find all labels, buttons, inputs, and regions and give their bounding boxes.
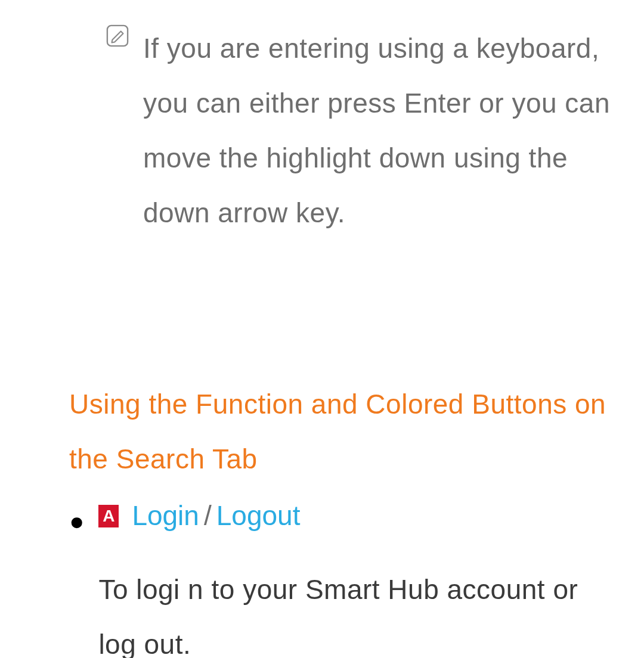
note-text: If you are entering using a keyboard, yo… xyxy=(143,21,620,240)
bullet-icon: ● xyxy=(69,502,84,534)
note-block: If you are entering using a keyboard, yo… xyxy=(106,21,620,240)
list-item: ● A Login / Logout To logi n to your Sma… xyxy=(69,499,620,658)
list-block: ● A Login / Logout To logi n to your Sma… xyxy=(69,499,620,658)
svg-rect-0 xyxy=(107,26,128,46)
a-button-icon: A xyxy=(98,505,119,527)
separator: / xyxy=(204,499,212,532)
section-heading: Using the Function and Colored Buttons o… xyxy=(69,377,626,486)
list-item-body: To logi n to your Smart Hub account or l… xyxy=(98,562,620,658)
list-item-content: A Login / Logout To logi n to your Smart… xyxy=(98,499,620,658)
logout-label: Logout xyxy=(216,499,301,532)
login-label: Login xyxy=(132,499,199,532)
note-icon xyxy=(106,24,129,47)
list-item-heading: A Login / Logout xyxy=(98,499,620,532)
